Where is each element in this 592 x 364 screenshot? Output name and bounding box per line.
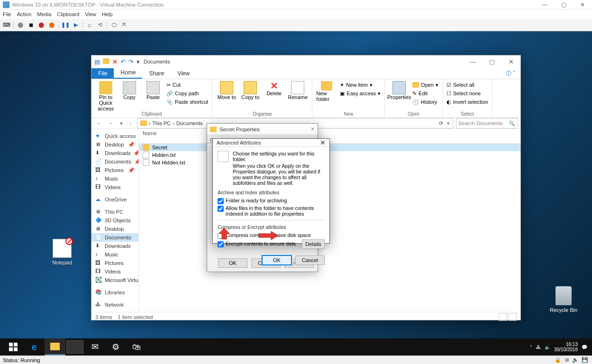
menu-media[interactable]: Media: [37, 11, 51, 17]
view-icons-icon[interactable]: [508, 313, 517, 321]
delete-button[interactable]: ✕Delete: [264, 81, 284, 96]
adv-cancel-button[interactable]: Cancel: [295, 255, 325, 265]
shutdown-icon[interactable]: ⬤: [37, 21, 45, 29]
newfolder-button[interactable]: New folder: [316, 81, 337, 102]
nav-pane[interactable]: ★Quick access 🖥Desktop📌 ⬇Downloads📌 📄Doc…: [91, 129, 139, 312]
nav-libraries[interactable]: 📚Libraries: [91, 288, 138, 297]
pasteshortcut-button[interactable]: 📎Paste shortcut: [166, 98, 208, 106]
refresh-icon[interactable]: ⟳: [439, 120, 443, 127]
adv-ok-button[interactable]: OK: [262, 255, 291, 265]
invert-button[interactable]: ◐Invert selection: [446, 98, 488, 106]
nav-onedrive[interactable]: ☁OneDrive: [91, 195, 138, 204]
menu-action[interactable]: Action: [17, 11, 32, 17]
nav-pc-documents[interactable]: 📄Documents: [91, 233, 138, 242]
host-minimize-button[interactable]: —: [535, 0, 554, 9]
copypath-button[interactable]: 🔗Copy path: [166, 90, 208, 97]
turnoff-icon[interactable]: ◼: [27, 21, 35, 29]
checkbox-archive[interactable]: Folder is ready for archiving: [218, 197, 325, 205]
qat-customize-icon[interactable]: ▾: [137, 58, 140, 65]
nav-pc-music[interactable]: ♪Music: [91, 250, 138, 259]
host-maximize-button[interactable]: ▢: [554, 0, 573, 9]
cut-button[interactable]: ✂Cut: [166, 81, 208, 89]
ctrl-alt-del-icon[interactable]: ⌨: [3, 21, 10, 29]
qat-properties-icon[interactable]: ▤: [94, 58, 100, 65]
menu-clipboard[interactable]: Clipboard: [57, 11, 79, 17]
start-button[interactable]: [3, 338, 24, 355]
properties-titlebar[interactable]: Secret Properties ✕: [207, 124, 318, 135]
selectall-button[interactable]: ☑Select all: [446, 81, 488, 89]
nav-forward-button[interactable]: →: [106, 120, 115, 126]
details-button[interactable]: Details: [302, 239, 325, 249]
taskbar[interactable]: e ✉ ⚙ 🛍 ˄ 🖧 🔈 16:13 30/10/2018 💬: [0, 338, 592, 355]
checkbox-index[interactable]: Allow files in this folder to have conte…: [218, 205, 325, 217]
advanced-attributes-dialog[interactable]: Advanced Attributes ✕ Choose the setting…: [212, 138, 330, 244]
taskbar-clock[interactable]: 16:13 30/10/2018: [554, 342, 578, 352]
ribbon-help-icon[interactable]: ⓘ ˄: [501, 69, 520, 79]
revert-icon[interactable]: ⟲: [96, 21, 104, 29]
archive-checkbox[interactable]: [218, 198, 224, 204]
selectnone-button[interactable]: ☐Select none: [446, 90, 488, 97]
explorer-titlebar[interactable]: ▤ ✕ ↶ ↷ ▾ Documents — ▢ ✕: [91, 55, 520, 68]
properties-button[interactable]: Properties: [389, 81, 410, 100]
explorer-minimize-button[interactable]: —: [464, 55, 483, 68]
nav-pc-desktop[interactable]: 🖥Desktop: [91, 225, 138, 233]
newitem-button[interactable]: ✦New item ▾: [340, 81, 381, 89]
history-button[interactable]: 🕘History: [412, 98, 438, 106]
nav-thispc[interactable]: 🖥This PC: [91, 208, 138, 216]
nav-pc-pictures[interactable]: 🖼Pictures: [91, 259, 138, 267]
nav-pictures[interactable]: 🖼Pictures📌: [91, 166, 138, 174]
host-close-button[interactable]: ✕: [573, 0, 592, 9]
nav-pc-videos[interactable]: 🎞Videos: [91, 267, 138, 276]
adv-titlebar[interactable]: Advanced Attributes ✕: [213, 139, 329, 147]
desktop-icon-notepad[interactable]: Notepad: [46, 239, 79, 265]
taskbar-settings[interactable]: ⚙: [105, 338, 126, 355]
encrypt-checkbox[interactable]: [218, 241, 224, 247]
col-name[interactable]: Name: [139, 129, 217, 143]
open-button[interactable]: Open ▾: [412, 81, 438, 89]
desktop-icon-recycle-bin[interactable]: Recycle Bin: [549, 286, 578, 313]
nav-3dobjects[interactable]: 🔷3D Objects: [91, 216, 138, 225]
copy-button[interactable]: Copy: [119, 81, 140, 100]
qat-undo-icon[interactable]: ↶: [120, 58, 126, 65]
tab-share[interactable]: Share: [142, 68, 171, 79]
taskbar-mail[interactable]: ✉: [84, 338, 105, 355]
share-icon[interactable]: ⇱: [120, 21, 128, 29]
checkbox-encrypt[interactable]: Encrypt contents to secure data: [218, 240, 302, 248]
nav-up-button[interactable]: ↑: [128, 120, 134, 126]
view-details-icon[interactable]: [499, 313, 507, 321]
enhanced-session-icon[interactable]: 🖵: [110, 21, 118, 29]
nav-music[interactable]: ♪Music: [91, 174, 138, 183]
nav-quickaccess[interactable]: ★Quick access: [91, 132, 138, 140]
explorer-maximize-button[interactable]: ▢: [483, 55, 501, 68]
tab-view[interactable]: View: [171, 68, 196, 79]
nav-pc-vhd[interactable]: 💽Microsoft Virtual Di...: [91, 276, 138, 284]
taskbar-cmd[interactable]: [66, 340, 83, 354]
taskbar-edge[interactable]: e: [24, 338, 45, 355]
qat-newfolder-icon[interactable]: [103, 58, 109, 65]
search-input[interactable]: Search Documents 🔍: [456, 118, 518, 128]
qat-delete-icon[interactable]: ✕: [112, 58, 118, 65]
rename-button[interactable]: Rename: [287, 81, 308, 100]
pin-quickaccess-button[interactable]: Pin to Quick access: [95, 81, 116, 111]
qat-redo-icon[interactable]: ↷: [128, 58, 134, 65]
easyaccess-button[interactable]: ▣Easy access ▾: [340, 90, 381, 97]
nav-desktop[interactable]: 🖥Desktop📌: [91, 140, 138, 149]
properties-close-button[interactable]: ✕: [310, 126, 315, 132]
tray-volume-icon[interactable]: 🔈: [545, 345, 550, 350]
reset-icon[interactable]: ▶: [72, 21, 80, 29]
menu-help[interactable]: Help: [102, 11, 113, 17]
copyto-button[interactable]: Copy to: [240, 81, 261, 100]
tray-network-icon[interactable]: 🖧: [536, 345, 541, 350]
tab-file[interactable]: File: [91, 68, 114, 79]
pause-icon[interactable]: ❚❚: [62, 21, 69, 29]
taskbar-store[interactable]: 🛍: [126, 338, 147, 355]
nav-documents[interactable]: 📄Documents📌: [91, 157, 138, 166]
tray-up-icon[interactable]: ˄: [530, 345, 532, 350]
menu-view[interactable]: View: [85, 11, 96, 17]
vm-desktop[interactable]: Notepad Recycle Bin ▤ ✕ ↶ ↷ ▾ Documents …: [0, 31, 592, 355]
adv-close-button[interactable]: ✕: [320, 139, 326, 146]
paste-button[interactable]: Paste: [143, 81, 164, 100]
edit-button[interactable]: ✎Edit: [412, 90, 438, 97]
checkpoint-icon[interactable]: ⎌: [86, 21, 93, 29]
start-icon[interactable]: ⬤: [17, 21, 24, 29]
